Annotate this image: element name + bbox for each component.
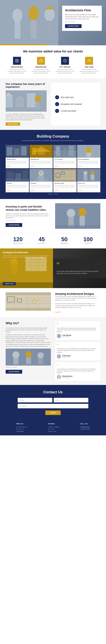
card-more-button-1[interactable]: MORE (7, 166, 11, 167)
building-subheading: Lorem ipsum dolor sit amet, consectetur … (6, 140, 100, 141)
svg-rect-54 (22, 170, 28, 180)
svg-point-1 (12, 9, 23, 22)
card-body-4: CIVIL ENGINEERS Dolor Duis, Duis eis nos… (77, 158, 101, 168)
footer-hours-line3: Sunday - 6pm (48, 430, 59, 432)
card-svg-7 (53, 169, 77, 182)
footer-phone-1: 1-(246)-567-8547 (80, 426, 90, 428)
experience-body: Our team is dedicated to creating a more… (6, 113, 47, 121)
svg-point-24 (89, 60, 91, 60)
card-more-button-7[interactable]: MORE (54, 190, 58, 191)
eco-heading: Ecological Architecture (3, 251, 50, 254)
contact-section: Contact Us SUBMIT (0, 385, 106, 420)
svg-point-59 (40, 172, 43, 174)
card-svg-1 (6, 145, 29, 158)
card-desc-3: Dolor Duis, Duis eis nostrud. Ut enim ad… (54, 160, 76, 164)
experience-readmore-button[interactable]: READ MORE (6, 122, 20, 126)
contact-form: SUBMIT (18, 398, 88, 415)
svg-point-32 (18, 96, 21, 99)
contact-submit-button[interactable]: SUBMIT (45, 410, 61, 415)
card-desc-8: Dolor Duis, Duis eis nostrud. Ut enim ad… (78, 184, 99, 188)
card-tag-4: CIVIL ENGINEERS (78, 159, 99, 160)
card-more-button-3[interactable]: MORE (54, 166, 58, 167)
svg-rect-8 (16, 60, 17, 61)
footer-hours-line1: Monday - Saturday (48, 426, 59, 428)
footer: FIND US 107 Rock Street, 21New York, NY4… (0, 420, 106, 436)
svg-rect-95 (6, 295, 51, 308)
card-more-button-8[interactable]: MORE (78, 190, 82, 191)
card-desc-1: Dolor Duis, Duis eis nostrud. Ut enim ad… (7, 160, 28, 164)
stat-awards-number: 50 (61, 236, 68, 242)
eco-sample-button[interactable]: SAMPLE TEXT (3, 282, 16, 285)
quote-box: " Lorem ipsum dolor magnar aliqua ipsum … (53, 258, 106, 278)
card-more-button-6[interactable]: MORE (31, 190, 35, 191)
avatar-svg-3 (57, 375, 61, 379)
investing-svg (55, 203, 100, 229)
svg-point-110 (38, 352, 44, 358)
stat-projects: 120 PROJECTS (13, 236, 23, 244)
contact-email-input[interactable] (54, 398, 88, 402)
card-img-about-us (77, 169, 101, 182)
testimonial-2: " Proin sed libero orci sed faucibus lec… (55, 342, 100, 360)
investing-left: Investing in parks and flexible streets … (6, 205, 51, 227)
stat-offices-number: 45 (38, 236, 45, 242)
card-img-architecture (53, 169, 77, 182)
footer-hours-label: HOURS (48, 423, 59, 424)
form-row-name-email (18, 398, 88, 402)
author-name-1: Colin Mendez (62, 334, 71, 336)
card-img-design-build (6, 145, 29, 158)
footer-call-us-label: CALL US (80, 423, 90, 424)
svg-point-3 (28, 7, 39, 20)
stat-clients-number: 100 (83, 236, 93, 242)
contact-message-input[interactable] (18, 404, 88, 408)
testimonial-text-2: Proin sed libero orci sed faucibus lectu… (57, 348, 99, 353)
avatar-1 (57, 334, 61, 338)
card-desc-7: Dolor Duis, Duis eis nostrud. Ut enim ad… (54, 184, 76, 188)
svg-rect-55 (6, 179, 29, 182)
avatar-svg-1 (57, 334, 61, 338)
svg-rect-35 (14, 148, 19, 156)
author-info-2: Frank Kenny Finance Director (62, 355, 71, 358)
card-body-1: DESIGN-BUILD Dolor Duis, Duis eis nostru… (6, 158, 29, 168)
our-team-icon (85, 57, 93, 65)
whyus-desc: Our customers choose us because we provi… (6, 327, 51, 333)
card-more-button-4[interactable]: MORE (78, 166, 82, 167)
design-build-icon (13, 57, 21, 65)
building-grid: DESIGN-BUILD Dolor Duis, Duis eis nostru… (6, 145, 100, 192)
feature-our-team: OUR TEAM Lorem ipsum dolor sit amet, con… (78, 57, 100, 74)
avatar-svg-2 (57, 354, 61, 358)
svg-rect-36 (21, 146, 27, 156)
whyus-right: " Proin sed libero orci sed faucibus lec… (55, 321, 100, 381)
feature-remodeling-desc: Lorem ipsum dolor sit amet, consectetur … (30, 69, 52, 74)
eco-body: Lorem ipsum dolor sit amet, consectetur … (3, 255, 50, 258)
author-info-1: Colin Mendez Sales Manager (62, 334, 71, 337)
check-text-3: Ut enim ad minim (61, 110, 76, 112)
svg-rect-4 (31, 20, 36, 39)
svg-rect-79 (80, 216, 85, 226)
card-more-button-5[interactable]: MORE (7, 190, 11, 191)
hero-people-image (0, 0, 58, 45)
eco-text-overlay: Ecological Architecture Lorem ipsum dolo… (3, 251, 50, 258)
hero-learn-more-button[interactable]: LEARN MORE (65, 24, 82, 28)
card-more-button-2[interactable]: MORE (31, 166, 35, 167)
building-card-city-spaces: CITY SPACES Dolor Duis, Duis eis nostrud… (53, 145, 77, 168)
card-img-spaces (6, 169, 29, 182)
author-role-3: Sales Manager (62, 377, 72, 378)
amazing-read-more-link[interactable]: read more (55, 311, 61, 312)
feature-design-build-title: DESIGN-BUILD (6, 66, 28, 68)
whyus-learn-more-button[interactable]: LEARN MORE (6, 370, 22, 374)
card-tag-5: SPACES (7, 183, 28, 184)
building-card-remodeling: REMODELING Dolor Duis, Duis eis nostrud.… (29, 145, 53, 168)
card-tag-6: HOUSING (31, 183, 52, 184)
check-text-1: Duis aute irure (61, 96, 74, 98)
svg-rect-28 (27, 93, 35, 107)
investing-learn-more-button[interactable]: LEARN MORE (6, 223, 22, 227)
footer-hours: HOURS Monday - Saturday 9am - 8pm Sunday… (48, 423, 59, 432)
svg-rect-10 (16, 61, 17, 62)
investing-image (55, 203, 100, 229)
hero-yellow-bar (0, 44, 48, 45)
card-tag-7: ARCHITECTURE (54, 183, 76, 184)
svg-rect-109 (26, 357, 31, 364)
contact-name-input[interactable] (18, 398, 52, 402)
experience-image (6, 90, 47, 112)
svg-point-106 (12, 352, 19, 358)
